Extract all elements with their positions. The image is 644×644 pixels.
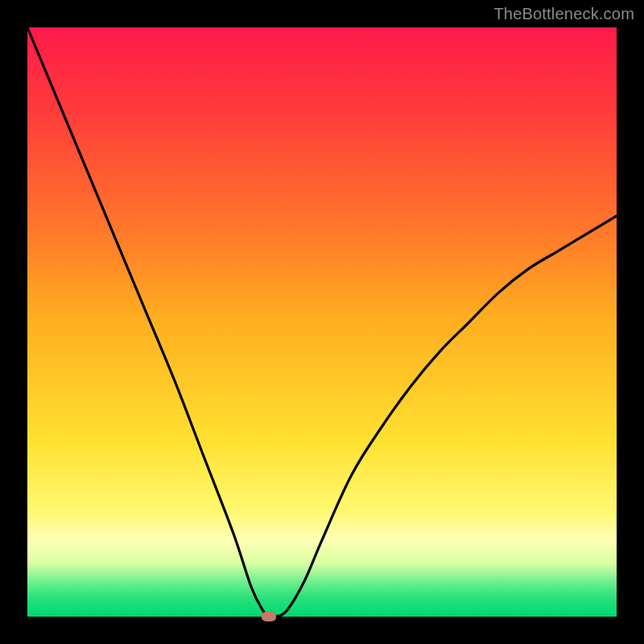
optimum-marker xyxy=(262,612,276,621)
watermark-text: TheBottleneck.com xyxy=(493,5,634,23)
plot-area xyxy=(27,27,617,617)
bottleneck-curve xyxy=(27,27,617,617)
chart-stage: TheBottleneck.com xyxy=(0,0,644,644)
